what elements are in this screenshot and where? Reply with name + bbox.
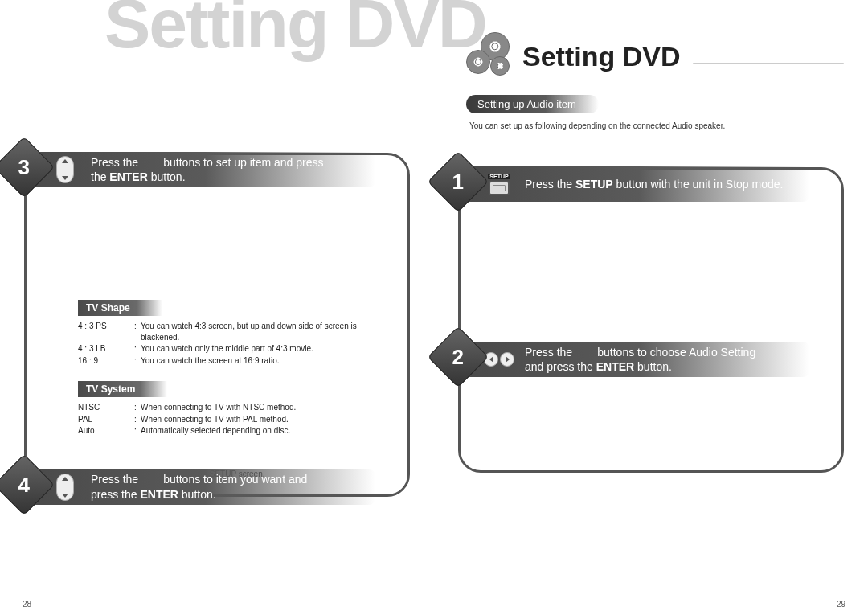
step-3-text-d: button. [148,170,186,183]
page-number-left: 28 [23,600,31,609]
step-1-text-b: button with the unit in Stop mode. [613,178,784,191]
page-number-right: 29 [837,600,845,609]
step-1-bold: SETUP [575,178,613,191]
step-4-number-diamond: 4 [0,453,55,515]
page-right: Setting DVD Setting up Audio item You ca… [434,0,868,615]
step-4-text-a: Press the [91,473,138,486]
step-3-bold: ENTER [109,170,147,183]
step-4-text-c: press the [91,488,140,501]
step-1-number-diamond: 1 [428,151,489,212]
tv-system-table: NTSC:When connecting to TV with NTSC met… [78,402,383,437]
section-caption: You can set up as following depending on… [469,121,844,130]
table-row: 16 : 9:You can watch the screen at 16:9 … [78,355,383,367]
step-4-text-d: button. [178,488,216,501]
table-row: 4 : 3 PS:You can watch 4:3 screen, but u… [78,321,383,342]
step-4-bold: ENTER [140,488,178,501]
step-3-text-b: buttons to set up item and press [163,156,323,169]
step-2-text-d: button. [634,360,672,373]
header-rule [693,63,844,64]
step-2-number-diamond: 2 [428,326,489,387]
table-row: NTSC:When connecting to TV with NTSC met… [78,402,383,413]
updown-icon [49,473,81,502]
setup-button-icon: SETUP [483,170,515,199]
updown-icon [49,155,81,184]
step-2-text-b: buttons to choose Audio Setting [597,346,755,359]
step-3-bar: Press the buttons to set up item and pre… [35,152,375,187]
step-3-text-a: Press the [91,156,138,169]
tv-shape-heading: TV Shape [78,300,162,316]
step-2-bold: ENTER [596,360,634,373]
page-title: Setting DVD [522,41,680,72]
table-row: Auto:Automatically selected depending on… [78,425,383,437]
step-2-text-a: Press the [525,346,572,359]
tv-shape-table: 4 : 3 PS:You can watch 4:3 screen, but u… [78,321,383,366]
step-2-text-c: and press the [525,360,596,373]
discs-icon [466,32,514,80]
step-3-text-c: the [91,170,109,183]
step-1-text-a: Press the [525,178,575,191]
table-row: 4 : 3 LB:You can watch only the middle p… [78,343,383,355]
page-left: Press the buttons to set up item and pre… [0,0,434,615]
step-2-bar: Press the buttons to choose Audio Settin… [469,342,809,377]
section-pill: Setting up Audio item [466,95,599,113]
leftright-icon [483,345,515,374]
left-content-panel: Press the buttons to set up item and pre… [24,153,410,497]
tv-system-heading: TV System [78,381,167,397]
step-4-bar: Press the buttons to item you want and p… [35,469,375,505]
step-1-bar: Press the SETUP button with the unit in … [469,166,809,202]
right-content-panel: Press the SETUP button with the unit in … [458,167,844,473]
step-4-text-b: buttons to item you want and [163,473,307,486]
page-header: Setting DVD [466,32,844,80]
table-row: PAL:When connecting to TV with PAL metho… [78,414,383,425]
